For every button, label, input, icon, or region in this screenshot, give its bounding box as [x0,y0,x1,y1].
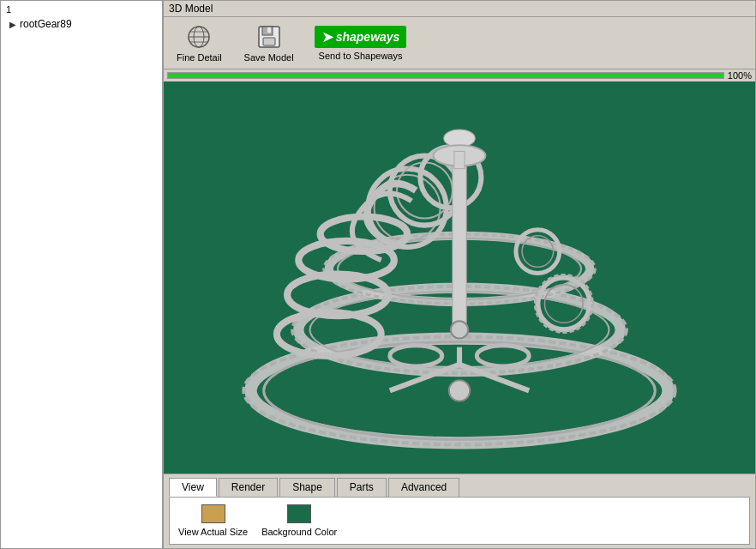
progress-bar-track [167,72,724,79]
view-actual-size-label: View Actual Size [178,527,248,537]
send-shapeways-label: Send to Shapeways [319,51,403,61]
tab-shape[interactable]: Shape [279,478,335,497]
progress-label: 100% [728,70,755,81]
send-to-shapeways-button[interactable]: ➤ shapeways Send to Shapeways [310,23,411,63]
save-model-label: Save Model [244,52,294,63]
bottom-section: View Render Shape Parts Advanced View Ac… [164,474,755,548]
panel-title: 3D Model [164,1,755,17]
tab-content-view: View Actual Size Background Color [169,497,750,545]
background-color-swatch[interactable] [287,504,311,523]
progress-bar-container: 100% [164,69,755,81]
progress-bar-fill [168,73,723,78]
viewport[interactable] [164,81,755,474]
tab-parts[interactable]: Parts [337,478,387,497]
shapeways-arrow-icon: ➤ [321,27,334,46]
shapeways-text: shapeways [336,30,400,44]
tree-item-label: rootGear89 [20,18,72,30]
view-actual-size-swatch[interactable] [201,504,225,523]
tree-item-rootgear[interactable]: ▶ rootGear89 [3,16,160,32]
svg-point-40 [390,346,442,366]
shapeways-logo: ➤ shapeways [315,26,407,48]
left-panel-number: 1 [3,3,160,16]
svg-point-38 [451,321,468,338]
tab-advanced[interactable]: Advanced [388,478,459,497]
save-model-button[interactable]: Save Model [238,21,300,65]
gear-model [243,130,675,444]
right-panel: 3D Model Fine Detail [163,0,756,549]
fine-detail-button[interactable]: Fine Detail [171,21,228,65]
toolbar: Fine Detail Save Model ➤ sh [164,17,755,69]
tab-render[interactable]: Render [219,478,278,497]
save-icon [255,23,283,51]
fine-detail-label: Fine Detail [177,52,222,63]
svg-rect-42 [454,151,465,168]
main-layout: 1 ▶ rootGear89 3D Model [0,0,756,549]
svg-point-37 [449,380,470,401]
tree-arrow-icon: ▶ [9,20,16,29]
svg-rect-8 [267,27,271,33]
svg-point-39 [477,346,529,366]
tab-view[interactable]: View [169,478,217,497]
svg-rect-7 [263,38,275,45]
background-color-wrapper: Background Color [261,504,337,537]
tabs-row: View Render Shape Parts Advanced [164,474,755,497]
background-color-label: Background Color [261,527,337,537]
globe-icon [185,23,213,51]
view-actual-size-wrapper: View Actual Size [178,504,248,537]
left-panel: 1 ▶ rootGear89 [0,0,163,549]
